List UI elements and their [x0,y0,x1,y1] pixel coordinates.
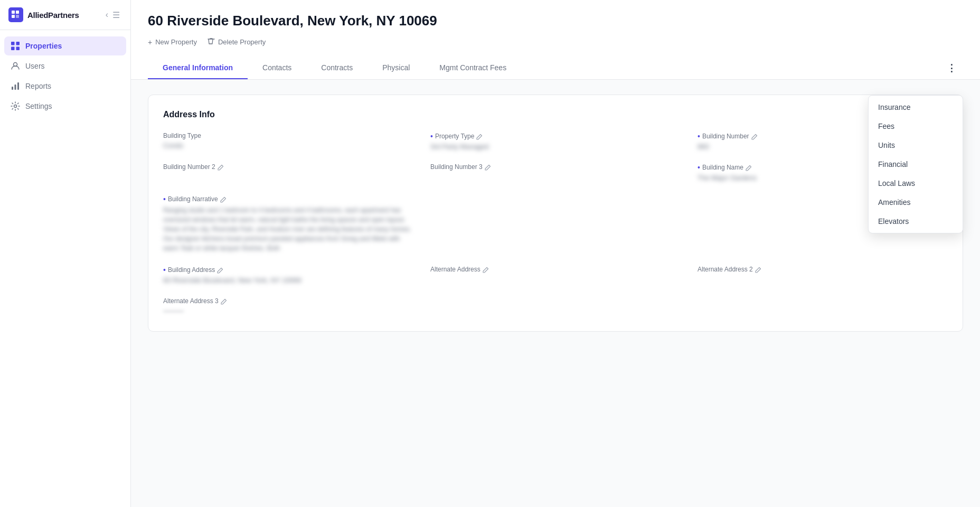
alternate-address-2-value [698,275,948,285]
building-narrative-value: Ranging studio and 1 bedroom to 4 bedroo… [163,205,413,253]
svg-rect-11 [17,82,19,90]
alternate-address-3-value: ——— [163,307,413,316]
user-icon [11,61,20,71]
field-alternate-address-2: Alternate Address 2 [698,266,948,285]
new-property-label: New Property [155,38,197,46]
building-number-3-edit-icon[interactable] [485,163,492,171]
field-building-number-2: Building Number 2 [163,163,413,182]
dropdown-item-financial[interactable]: Financial [869,155,963,174]
alternate-address-label: Alternate Address [430,266,480,273]
sidebar-item-users[interactable]: Users [4,57,126,76]
page-header: 60 Riverside Boulevard, New York, NY 100… [131,0,980,80]
field-alternate-address-3: Alternate Address 3 ——— [163,297,413,316]
menu-button[interactable]: ☰ [110,8,122,22]
building-address-value: 60 Riverside Boulevard, New York, NY 100… [163,276,413,284]
property-type-value: 3rd Party Managed [430,143,681,151]
building-number-3-value [430,173,681,182]
building-number-3-label: Building Number 3 [430,163,483,171]
more-dots-icon: ⋮ [947,62,957,74]
grid-icon [11,41,20,51]
tab-mgmt-contract-fees[interactable]: Mgmt Contract Fees [425,57,521,79]
building-number-2-label: Building Number 2 [163,163,215,171]
tab-general-information[interactable]: General Information [148,57,248,79]
sidebar-header: AlliedPartners ‹ ☰ [0,0,130,30]
building-narrative-edit-icon[interactable] [220,195,228,203]
collapse-sidebar-button[interactable]: ‹ [103,8,110,22]
svg-rect-2 [12,15,15,18]
field-building-number-3: Building Number 3 [430,163,681,182]
delete-property-label: Delete Property [218,38,266,46]
building-type-label: Building Type [163,132,201,139]
field-building-narrative: Building Narrative Ranging studio and 1 … [163,195,413,253]
alternate-address-value [430,275,681,285]
property-type-edit-icon[interactable] [476,133,484,140]
sidebar-item-properties[interactable]: Properties [4,36,126,55]
dropdown-item-units[interactable]: Units [869,136,963,155]
building-number-label: Building Number [698,132,749,140]
page-actions: + New Property Delete Property [148,35,963,49]
alternate-address-2-edit-icon[interactable] [755,266,762,273]
svg-rect-9 [12,87,13,90]
main-content: 60 Riverside Boulevard, New York, NY 100… [131,0,980,507]
new-property-button[interactable]: + New Property [148,35,197,49]
sidebar-item-settings[interactable]: Settings [4,97,126,116]
building-number-edit-icon[interactable] [751,133,759,140]
tabs-bar: General Information Contacts Contracts P… [148,57,963,79]
svg-rect-5 [16,42,20,45]
alternate-address-3-label: Alternate Address 3 [163,297,219,305]
building-type-value: Condo [163,142,413,149]
dropdown-item-insurance[interactable]: Insurance [869,98,963,117]
svg-rect-0 [12,11,15,14]
dropdown-item-amenities[interactable]: Amenities [869,193,963,212]
tab-more-button[interactable]: ⋮ [940,58,963,78]
alternate-address-2-label: Alternate Address 2 [698,266,753,273]
sidebar-nav: Properties Users Reports [0,30,130,122]
page-title: 60 Riverside Boulevard, New York, NY 100… [148,13,963,29]
dropdown-item-fees[interactable]: Fees [869,117,963,136]
building-number-2-value [163,173,413,182]
trash-icon [208,37,215,46]
field-building-type: Building Type Condo [163,132,413,151]
field-alternate-address: Alternate Address [430,266,681,285]
building-narrative-label: Building Narrative [163,195,218,203]
address-info-card: Address Info Building Type Condo Propert… [148,95,963,332]
delete-property-button[interactable]: Delete Property [208,35,266,49]
building-name-edit-icon[interactable] [746,164,753,171]
sidebar-item-label: Properties [25,42,62,50]
building-name-label: Building Name [698,163,743,172]
tab-physical[interactable]: Physical [368,57,425,79]
svg-rect-6 [11,47,15,51]
sidebar: AlliedPartners ‹ ☰ Properties [0,0,131,507]
sidebar-item-label: Users [25,62,45,70]
more-dropdown-menu: Insurance Fees Units Financial Local Law… [868,95,963,233]
app-name: AlliedPartners [27,11,79,20]
content-area: Address Info Building Type Condo Propert… [131,80,980,507]
dropdown-item-local-laws[interactable]: Local Laws [869,174,963,193]
bar-chart-icon [11,81,20,91]
sidebar-item-label: Settings [25,102,52,110]
alternate-address-3-edit-icon[interactable] [221,297,228,305]
tab-contacts[interactable]: Contacts [248,57,306,79]
building-address-edit-icon[interactable] [217,266,224,274]
alternate-address-edit-icon[interactable] [483,266,490,273]
plus-icon: + [148,38,152,46]
building-address-label: Building Address [163,266,215,274]
building-number-2-edit-icon[interactable] [218,163,225,171]
card-title: Address Info [163,110,948,119]
gear-icon [11,101,20,111]
tab-contracts[interactable]: Contracts [306,57,368,79]
dropdown-item-elevators[interactable]: Elevators [869,212,963,231]
sidebar-item-reports[interactable]: Reports [4,77,126,96]
svg-rect-7 [16,47,20,51]
logo-icon [8,7,23,22]
app-logo: AlliedPartners [8,7,103,22]
svg-rect-10 [15,84,16,90]
property-type-label: Property Type [430,132,474,140]
sidebar-item-label: Reports [25,82,51,90]
svg-rect-3 [16,15,19,18]
field-building-address: Building Address 60 Riverside Boulevard,… [163,266,413,285]
field-property-type: Property Type 3rd Party Managed [430,132,681,151]
svg-rect-4 [11,42,15,45]
svg-rect-1 [16,11,19,14]
svg-point-12 [14,105,17,108]
